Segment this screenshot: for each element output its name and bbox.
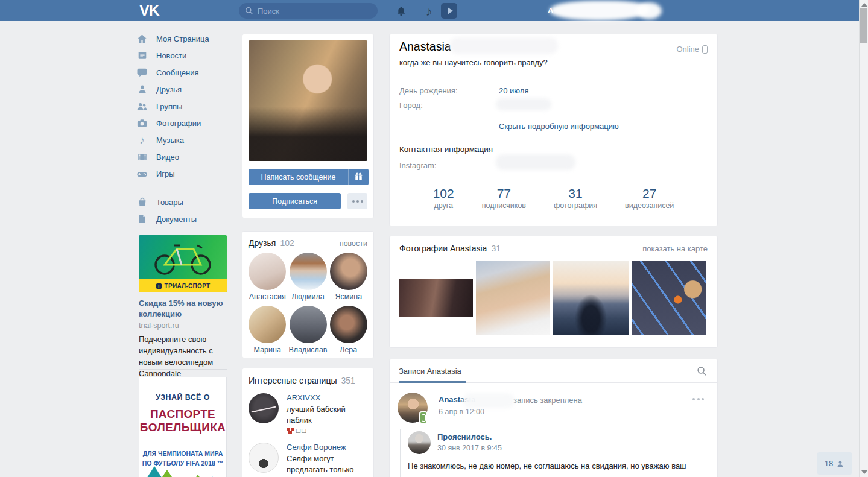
counter-photos[interactable]: 31 фотография: [554, 186, 597, 210]
friend-item[interactable]: Лера: [330, 306, 368, 354]
friend-item[interactable]: Владислав: [289, 306, 328, 354]
page-item[interactable]: ARXIVXX лучший бабский паблик □□: [249, 393, 367, 435]
photo-thumbnail[interactable]: [476, 261, 550, 335]
page-item[interactable]: Селфи Воронеж Селфи могут предлагать тол…: [249, 443, 367, 477]
counter-followers[interactable]: 77 подписчиков: [482, 186, 526, 210]
post-date-link[interactable]: 6 апр в 12:00: [439, 408, 484, 416]
sidebar-item-label: Сообщения: [156, 68, 199, 77]
birthday-label: День рождения:: [399, 86, 458, 95]
hide-details-link[interactable]: Скрыть подробную информацию: [499, 122, 619, 131]
friends-news-link[interactable]: новости: [340, 239, 367, 248]
online-status: Online: [676, 45, 708, 54]
notifications-bell-button[interactable]: [394, 4, 408, 18]
profile-name: Anastasia: [399, 40, 451, 54]
sidebar-item-label: Игры: [156, 169, 175, 178]
friend-item[interactable]: Марина: [249, 306, 287, 354]
censored-username: [550, 1, 650, 21]
sidebar-item-messages[interactable]: Сообщения: [136, 64, 232, 81]
divider: [399, 77, 708, 77]
photo-thumbnail[interactable]: [632, 261, 706, 335]
friends-count: 102: [280, 238, 294, 248]
missing-glyph-boxes: □□: [296, 426, 308, 435]
ad-fan-passport[interactable]: УЗНАЙ ВСЁ О ПАСПОРТЕ БОЛЕЛЬЩИКА ДЛЯ ЧЕМП…: [139, 377, 227, 477]
profile-info-card: Anastasia Online когда же вы научитесь г…: [389, 34, 718, 226]
profile-status-text[interactable]: когда же вы научитесь говорить правду?: [399, 58, 548, 67]
wall-tabs: Записи Anastasia: [390, 359, 717, 383]
play-icon: [448, 7, 453, 14]
sidebar-item-my-page[interactable]: Моя Страница: [136, 30, 232, 47]
more-actions-button[interactable]: [347, 193, 367, 209]
city-label: Город:: [399, 101, 423, 110]
subscribe-button[interactable]: Подписаться: [249, 193, 341, 209]
scrollbar-thumb[interactable]: [860, 8, 867, 43]
repost-author-avatar[interactable]: [408, 431, 431, 454]
counter-friends[interactable]: 102 друга: [433, 186, 454, 210]
censored-surname: [449, 37, 558, 54]
show-on-map-link[interactable]: показать на карте: [642, 244, 708, 253]
ad2-line2: ПАСПОРТЕ БОЛЕЛЬЩИКА: [139, 408, 226, 434]
post-menu-button[interactable]: [692, 398, 704, 400]
person-icon: [836, 460, 844, 468]
sidebar-item-friends[interactable]: Друзья: [136, 81, 232, 98]
ad2-line3: ДЛЯ ЧЕМПИОНАТА МИРА ПО ФУТБОЛУ FIFA 2018…: [139, 449, 226, 468]
search-input[interactable]: [258, 7, 366, 16]
scroll-up-arrow-icon[interactable]: [861, 3, 867, 7]
sidebar-item-photos[interactable]: Фотографии: [136, 115, 232, 131]
ad-title-link[interactable]: Скидка 15% на новую коллекцию: [139, 298, 227, 320]
friend-avatar: [330, 253, 367, 290]
write-message-button[interactable]: Написать сообщение: [249, 169, 369, 185]
online-friends-badge[interactable]: 18: [817, 452, 852, 475]
gift-icon: [354, 172, 363, 182]
repost-indent-line: [400, 429, 401, 477]
photo-thumbnail[interactable]: [399, 261, 473, 335]
counter-videos[interactable]: 27 видеозаписей: [625, 186, 674, 210]
active-tab-underline: [399, 381, 466, 383]
vk-logo[interactable]: VK: [139, 2, 159, 19]
scroll-down-arrow-icon[interactable]: [861, 470, 867, 474]
ad-image-bike[interactable]: T ТРИАЛ-СПОРТ: [139, 235, 227, 292]
friend-item[interactable]: Анастасия: [249, 253, 287, 301]
sidebar-item-label: Моя Страница: [156, 34, 209, 43]
document-icon: [136, 213, 148, 225]
sidebar-item-documents[interactable]: Документы: [136, 210, 232, 227]
send-gift-button[interactable]: [348, 169, 369, 185]
contact-divider: [499, 150, 708, 150]
gamepad-icon: [136, 168, 148, 180]
video-button[interactable]: [441, 3, 457, 19]
profile-photo[interactable]: [249, 40, 367, 161]
photos-block: Фотографии Anastasia31 показать на карте: [389, 236, 718, 348]
camera-icon: [136, 117, 148, 129]
censored-avatar: [636, 2, 662, 19]
pages-title[interactable]: Интересные страницы: [249, 376, 337, 385]
friend-item[interactable]: Людмила: [289, 253, 328, 301]
post-pinned-label: запись закреплена: [513, 396, 582, 405]
sidebar-item-market[interactable]: Товары: [136, 194, 232, 210]
page-avatar: [249, 393, 279, 423]
friends-title[interactable]: Друзья: [249, 238, 276, 248]
wall-tab-all-posts[interactable]: Записи Anastasia: [399, 367, 461, 376]
broken-emoji-icon: [287, 428, 290, 431]
repost-date-link[interactable]: 30 янв 2017 в 9:45: [437, 444, 502, 452]
photo-thumbnail[interactable]: [553, 261, 629, 335]
sidebar-item-label: Друзья: [156, 85, 182, 94]
sidebar-item-games[interactable]: Игры: [136, 165, 232, 182]
profile-photo-card: Написать сообщение Подписаться: [242, 34, 374, 218]
mobile-phone-icon: [702, 45, 708, 54]
ad-brand-name: ТРИАЛ-СПОРТ: [165, 283, 211, 289]
friends-grid: Анастасия Людмила Ясмина Марина Владисла…: [249, 253, 367, 354]
page-avatar: [249, 443, 279, 473]
photos-title[interactable]: Фотографии Anastasia31: [399, 244, 501, 253]
ad-trial-sport: T ТРИАЛ-СПОРТ Скидка 15% на новую коллек…: [139, 235, 227, 379]
sidebar-item-video[interactable]: Видео: [136, 148, 232, 165]
photo-strip: [399, 261, 706, 335]
repost-author-link[interactable]: Прояснилось.: [437, 432, 492, 441]
global-search[interactable]: [239, 3, 378, 19]
friend-item[interactable]: Ясмина: [330, 253, 368, 301]
sidebar-item-music[interactable]: ♪ Музыка: [136, 131, 232, 148]
page-scrollbar: [859, 0, 868, 477]
wall-search-button[interactable]: [697, 366, 707, 379]
sidebar-item-news[interactable]: Новости: [136, 47, 232, 64]
birthday-value[interactable]: 20 июля: [499, 86, 528, 95]
music-button[interactable]: ♪: [422, 4, 436, 18]
sidebar-item-groups[interactable]: Группы: [136, 98, 232, 115]
